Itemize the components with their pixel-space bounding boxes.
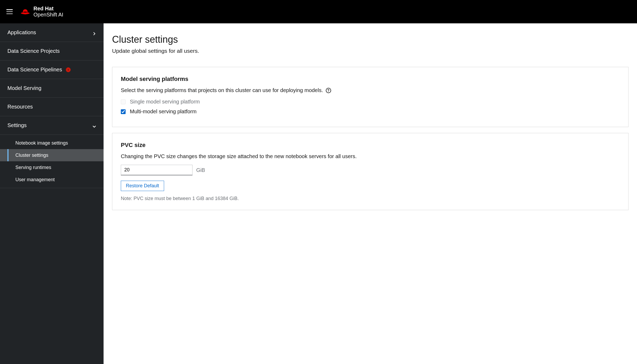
sidebar-sub-user-management[interactable]: User management [0, 174, 104, 186]
pvc-size-input[interactable] [121, 165, 193, 175]
pvc-description: Changing the PVC size changes the storag… [121, 153, 620, 159]
sidebar-settings-submenu: Notebook image settings Cluster settings… [0, 135, 104, 188]
page-title: Cluster settings [112, 34, 629, 45]
model-serving-card: Model serving platforms Select the servi… [112, 67, 629, 127]
single-model-checkbox-row[interactable]: Single model serving platform [121, 99, 620, 105]
sidebar-item-data-science-pipelines[interactable]: Data Science Pipelines [0, 60, 104, 79]
multi-model-label: Multi-model serving platform [130, 109, 196, 115]
single-model-checkbox[interactable] [121, 99, 126, 104]
alert-icon [66, 67, 71, 72]
multi-model-checkbox[interactable] [121, 109, 126, 114]
pvc-unit: GiB [196, 167, 205, 173]
svg-rect-2 [68, 70, 68, 70]
brand-name: Red Hat [33, 6, 63, 12]
sidebar-item-applications[interactable]: Applications [0, 23, 104, 42]
sidebar-label: Data Science Projects [7, 48, 60, 54]
main-content: Cluster settings Update global settings … [104, 23, 637, 364]
model-serving-heading: Model serving platforms [121, 76, 620, 83]
sidebar-sub-label: Notebook image settings [15, 140, 68, 146]
model-serving-description: Select the serving platforms that projec… [121, 87, 620, 93]
page-subtitle: Update global settings for all users. [112, 48, 629, 54]
sidebar-item-data-science-projects[interactable]: Data Science Projects [0, 42, 104, 60]
svg-point-1 [68, 69, 69, 70]
sidebar-label: Data Science Pipelines [7, 67, 62, 73]
sidebar-sub-label: Serving runtimes [15, 165, 51, 170]
sidebar-sub-cluster-settings[interactable]: Cluster settings [0, 149, 104, 161]
help-icon[interactable]: ? [326, 88, 331, 93]
pvc-note: Note: PVC size must be between 1 GiB and… [121, 196, 620, 201]
top-bar: Red Hat OpenShift AI [0, 0, 637, 23]
sidebar-label: Resources [7, 104, 33, 110]
brand-logo[interactable]: Red Hat OpenShift AI [20, 6, 63, 18]
sidebar-item-model-serving[interactable]: Model Serving [0, 79, 104, 98]
sidebar-item-settings[interactable]: Settings [0, 116, 104, 135]
multi-model-checkbox-row[interactable]: Multi-model serving platform [121, 109, 620, 115]
sidebar-nav: Applications Data Science Projects Data … [0, 23, 104, 364]
sidebar-label: Applications [7, 29, 36, 36]
chevron-down-icon [92, 124, 96, 127]
redhat-fedora-icon [20, 8, 30, 15]
sidebar-item-resources[interactable]: Resources [0, 98, 104, 116]
sidebar-sub-label: User management [15, 177, 55, 183]
sidebar-sub-notebook-image-settings[interactable]: Notebook image settings [0, 137, 104, 149]
single-model-label: Single model serving platform [130, 99, 200, 105]
pvc-size-card: PVC size Changing the PVC size changes t… [112, 133, 629, 210]
sidebar-label: Model Serving [7, 85, 41, 91]
sidebar-sub-serving-runtimes[interactable]: Serving runtimes [0, 161, 104, 174]
chevron-right-icon [92, 31, 96, 34]
restore-default-button[interactable]: Restore Default [121, 181, 164, 191]
sidebar-label: Settings [7, 122, 27, 128]
sidebar-sub-label: Cluster settings [15, 153, 48, 158]
menu-toggle-icon[interactable] [6, 9, 13, 14]
pvc-heading: PVC size [121, 142, 620, 149]
product-name: OpenShift AI [33, 12, 63, 18]
